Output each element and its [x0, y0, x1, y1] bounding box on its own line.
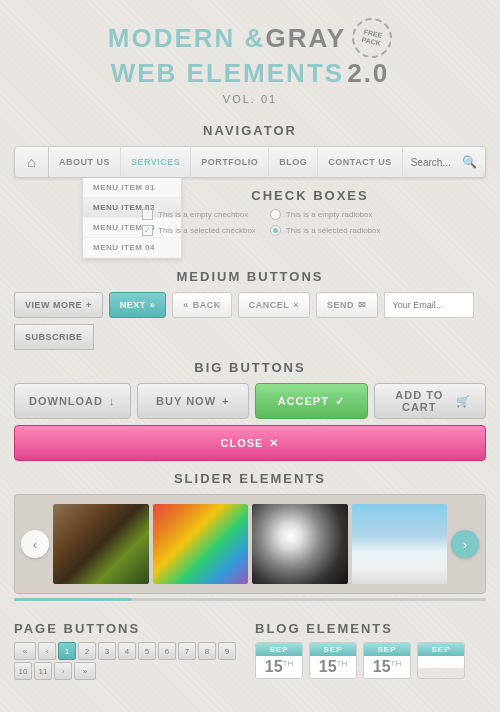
- checkbox-selected-box[interactable]: ✓: [142, 225, 153, 236]
- slider-image-dark: [252, 504, 348, 584]
- big-buttons-section: DOWNLOAD ↓ BUY NOW + ACCEPT ✓ ADD TO CAR…: [0, 383, 500, 461]
- last-page-button[interactable]: »: [74, 662, 96, 680]
- header-title-gray: GRAY: [265, 23, 346, 54]
- nav-home-button[interactable]: ⌂: [15, 146, 49, 178]
- prev-page-button[interactable]: ‹: [38, 642, 56, 660]
- blog-dates: SEP 15TH SEP 15TH SEP 15TH SEP: [255, 642, 486, 679]
- checkbox-empty-label: This is a empty chechbox: [158, 210, 248, 219]
- page-button-10[interactable]: 10: [14, 662, 32, 680]
- blog-day-3: 15TH: [364, 656, 410, 678]
- free-pack-badge: FREE PACK: [348, 14, 395, 61]
- slider-prev-button[interactable]: ‹: [21, 530, 49, 558]
- buy-icon: +: [222, 395, 229, 407]
- buy-now-button[interactable]: BUY NOW +: [137, 383, 250, 419]
- first-page-button[interactable]: «: [14, 642, 36, 660]
- page-button-3[interactable]: 3: [98, 642, 116, 660]
- blog-suffix-3: TH: [391, 659, 402, 668]
- slider-container: ‹ ›: [14, 494, 486, 594]
- radio-selected-button[interactable]: [270, 225, 281, 236]
- checkboxes-area: CHECK BOXES This is a empty chechbox ✓ T…: [134, 178, 486, 259]
- nav-bar: ⌂ ABOUT US SERVICES PORTFOLIO BLOG CONTA…: [14, 146, 486, 178]
- blog-date-4[interactable]: SEP: [417, 642, 465, 679]
- slider-title: SLIDER ELEMENTS: [0, 471, 500, 486]
- next-page-button[interactable]: ›: [54, 662, 72, 680]
- checkbox-col-left: This is a empty chechbox ✓ This is a sel…: [142, 209, 256, 236]
- radio-empty-button[interactable]: [270, 209, 281, 220]
- download-button[interactable]: DOWNLOAD ↓: [14, 383, 131, 419]
- nav-item-blog[interactable]: BLOG: [269, 146, 318, 178]
- page-button-6[interactable]: 6: [158, 642, 176, 660]
- radio-selected: This is a selected radiobox: [270, 225, 381, 236]
- checkbox-selected-label: This is a selected checkbox: [158, 226, 256, 235]
- page-button-7[interactable]: 7: [178, 642, 196, 660]
- header-version: 2.0: [347, 58, 389, 88]
- next-button[interactable]: NEXT »: [109, 292, 167, 318]
- blog-elements-title: BLOG ELEMENTS: [255, 621, 486, 636]
- search-icon: 🔍: [462, 155, 477, 169]
- page-button-11[interactable]: 11: [34, 662, 52, 680]
- slider-progress-bar: [14, 598, 132, 601]
- slider-section: ‹ ›: [0, 494, 500, 601]
- search-input[interactable]: [411, 157, 462, 168]
- cancel-icon: ×: [293, 300, 299, 310]
- subscribe-button[interactable]: SUBSCRIBE: [14, 324, 94, 350]
- navigator-section-title: NAVIGATOR: [0, 123, 500, 138]
- back-button[interactable]: « BACK: [172, 292, 232, 318]
- slider-progress: [14, 598, 486, 601]
- send-button[interactable]: SEND ✉: [316, 292, 378, 318]
- view-more-button[interactable]: VIEW MORE +: [14, 292, 103, 318]
- header-title-line1: MODERN &: [108, 23, 266, 54]
- plus-icon: +: [86, 300, 92, 310]
- page-button-1[interactable]: 1: [58, 642, 76, 660]
- checkbox-empty-box[interactable]: [142, 209, 153, 220]
- big-buttons-title: BIG BUTTONS: [0, 360, 500, 375]
- accept-button[interactable]: ACCEPT ✓: [255, 383, 368, 419]
- page-buttons-section: PAGE BUTTONS « ‹ 1 2 3 4 5 6 7 8 9 10 11…: [14, 611, 245, 680]
- email-input[interactable]: [384, 292, 474, 318]
- page-button-9[interactable]: 9: [218, 642, 236, 660]
- nav-item-contact[interactable]: CONTACT US: [318, 146, 402, 178]
- vol-text: VOL. 01: [10, 93, 490, 105]
- medium-buttons-row: VIEW MORE + NEXT » « BACK CANCEL × SEND …: [14, 292, 486, 350]
- medium-buttons-section: VIEW MORE + NEXT » « BACK CANCEL × SEND …: [0, 292, 500, 350]
- cancel-button[interactable]: CANCEL ×: [238, 292, 310, 318]
- blog-month-2: SEP: [310, 643, 356, 656]
- blog-date-1[interactable]: SEP 15TH: [255, 642, 303, 679]
- blog-elements-section: BLOG ELEMENTS SEP 15TH SEP 15TH SEP 15TH…: [255, 611, 486, 680]
- blog-suffix-1: TH: [283, 659, 294, 668]
- back-icon: «: [183, 300, 189, 310]
- close-icon: ✕: [269, 437, 279, 450]
- slider-next-button[interactable]: ›: [451, 530, 479, 558]
- page-button-4[interactable]: 4: [118, 642, 136, 660]
- blog-day-4: [418, 656, 464, 668]
- navigator-section: ⌂ ABOUT US SERVICES PORTFOLIO BLOG CONTA…: [0, 146, 500, 259]
- checkbox-selected: ✓ This is a selected checkbox: [142, 225, 256, 236]
- radio-empty-label: This is a empty radiobox: [286, 210, 373, 219]
- page-button-8[interactable]: 8: [198, 642, 216, 660]
- big-buttons-row: DOWNLOAD ↓ BUY NOW + ACCEPT ✓ ADD TO CAR…: [14, 383, 486, 461]
- radio-selected-label: This is a selected radiobox: [286, 226, 381, 235]
- nav-item-portfolio[interactable]: PORTFOLIO: [191, 146, 269, 178]
- blog-month-1: SEP: [256, 643, 302, 656]
- add-to-cart-button[interactable]: ADD TO CART 🛒: [374, 383, 487, 419]
- blog-suffix-2: TH: [337, 659, 348, 668]
- checkbox-empty: This is a empty chechbox: [142, 209, 256, 220]
- medium-buttons-title: MEDIUM BUTTONS: [0, 269, 500, 284]
- header: MODERN & GRAY FREE PACK WEB ELEMENTS 2.0…: [0, 0, 500, 113]
- nav-item-services[interactable]: SERVICES: [121, 146, 191, 178]
- download-icon: ↓: [109, 395, 116, 407]
- page-button-5[interactable]: 5: [138, 642, 156, 660]
- cart-icon: 🛒: [456, 395, 471, 408]
- radio-col-right: This is a empty radiobox This is a selec…: [270, 209, 381, 236]
- header-title-line2a: WEB ELEMENTS: [111, 58, 344, 88]
- blog-date-2[interactable]: SEP 15TH: [309, 642, 357, 679]
- blog-day-1: 15TH: [256, 656, 302, 678]
- next-icon: »: [150, 300, 156, 310]
- nav-item-about[interactable]: ABOUT US: [49, 146, 121, 178]
- page-buttons-title: PAGE BUTTONS: [14, 621, 245, 636]
- blog-month-4: SEP: [418, 643, 464, 656]
- close-button[interactable]: CLOSE ✕: [14, 425, 486, 461]
- checkboxes-title: CHECK BOXES: [134, 188, 486, 203]
- blog-date-3[interactable]: SEP 15TH: [363, 642, 411, 679]
- page-button-2[interactable]: 2: [78, 642, 96, 660]
